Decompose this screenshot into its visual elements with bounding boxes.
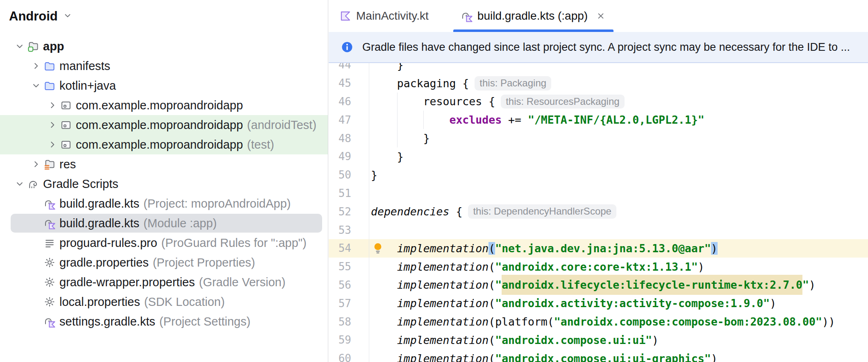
- tree-item-pkg-androidtest[interactable]: com.example.moproandroidapp(androidTest): [0, 115, 328, 135]
- code-token: (: [489, 278, 495, 291]
- tree-item-kotlin-java[interactable]: kotlin+java: [0, 76, 328, 95]
- chevron-right-icon[interactable]: [29, 56, 43, 76]
- line-number: 47: [329, 114, 369, 126]
- code-line-51[interactable]: 51: [329, 184, 868, 203]
- tree-item-label: build.gradle.kts: [59, 197, 139, 210]
- code-token: dependencies: [371, 205, 449, 218]
- line-number: 60: [329, 352, 369, 362]
- code-line-45[interactable]: 45 packaging {this: Packaging: [329, 74, 868, 93]
- code-line-52[interactable]: 52dependencies {this: DependencyHandlerS…: [329, 202, 868, 221]
- tree-item-label: com.example.moproandroidapp: [76, 118, 243, 132]
- folder-icon: [43, 79, 56, 92]
- code-token: "/META-INF/{AL2.0,LGPL2.1}": [528, 113, 704, 126]
- tree-item-gradle-wrapper-properties[interactable]: gradle-wrapper.properties(Gradle Version…: [0, 272, 328, 292]
- code-editor[interactable]: 44 }45 packaging {this: Packaging46 reso…: [329, 63, 868, 362]
- tree-item-label: gradle-wrapper.properties: [59, 276, 195, 289]
- module-folder-icon: [27, 40, 39, 52]
- code-token: (: [489, 242, 495, 255]
- code-line-56[interactable]: 56 implementation("androidx.lifecycle:li…: [329, 276, 868, 294]
- code-token: implementation: [397, 334, 489, 346]
- code-line-50[interactable]: 50}: [329, 166, 868, 184]
- package-icon: [60, 99, 72, 111]
- code-token: }: [371, 169, 377, 181]
- tree-item-label: gradle.properties: [59, 256, 149, 269]
- gear-icon: [43, 276, 56, 288]
- line-number: 58: [329, 316, 369, 328]
- code-text: implementation("androidx.compose.ui:ui"): [369, 331, 868, 349]
- code-text: implementation("androidx.compose.ui:ui-g…: [369, 349, 868, 362]
- tree-item-local-properties[interactable]: local.properties(SDK Location): [0, 292, 328, 312]
- project-tree: appmanifestskotlin+javacom.example.mopro…: [0, 36, 328, 331]
- chevron-down-icon[interactable]: [29, 76, 43, 95]
- lightbulb-icon[interactable]: [371, 242, 384, 255]
- tab-label: build.gradle.kts (:app): [477, 9, 588, 23]
- code-line-59[interactable]: 59 implementation("androidx.compose.ui:u…: [329, 331, 868, 349]
- code-line-60[interactable]: 60 implementation("androidx.compose.ui:u…: [329, 349, 868, 362]
- chevron-down-icon[interactable]: [63, 11, 73, 22]
- line-number: 56: [329, 279, 369, 291]
- tree-item-pkg-main[interactable]: com.example.moproandroidapp: [0, 95, 328, 115]
- chevron-right-icon[interactable]: [45, 135, 60, 154]
- code-token: ): [652, 334, 659, 346]
- line-number: 55: [329, 260, 369, 273]
- code-token: androidx.lifecycle:lifecycle-runtime-ktx…: [502, 275, 802, 295]
- line-number: 45: [329, 77, 369, 89]
- tree-item-app[interactable]: app: [0, 36, 328, 56]
- tree-item-suffix: (ProGuard Rules for ":app"): [161, 236, 307, 250]
- code-line-53[interactable]: 53: [329, 221, 868, 239]
- code-token: [371, 113, 449, 126]
- chevron-spacer: [29, 312, 43, 331]
- line-number: 54: [329, 242, 369, 254]
- tree-item-gradle-scripts[interactable]: Gradle Scripts: [0, 174, 328, 194]
- tree-item-gradle-properties[interactable]: gradle.properties(Project Properties): [0, 253, 328, 272]
- chevron-down-icon[interactable]: [12, 174, 27, 194]
- tree-item-pkg-test[interactable]: com.example.moproandroidapp(test): [0, 135, 328, 154]
- tree-item-proguard-rules[interactable]: proguard-rules.pro(ProGuard Rules for ":…: [0, 233, 328, 253]
- tree-item-build-gradle-project[interactable]: build.gradle.kts(Project: moproAndroidAp…: [0, 194, 328, 213]
- gear-icon: [43, 256, 56, 269]
- code-token: ": [495, 278, 502, 291]
- chevron-right-icon[interactable]: [45, 95, 60, 115]
- code-token: [371, 334, 397, 346]
- code-line-55[interactable]: 55 implementation("androidx.core:core-kt…: [329, 258, 868, 276]
- code-line-48[interactable]: 48 }: [329, 129, 868, 147]
- tree-item-build-gradle-module[interactable]: build.gradle.kts(Module :app): [0, 213, 328, 233]
- code-token: ): [711, 352, 718, 362]
- code-text: excludes += "/META-INF/{AL2.0,LGPL2.1}": [369, 111, 868, 129]
- code-token: (: [489, 297, 495, 310]
- code-token: ): [711, 242, 718, 255]
- code-token: "androidx.activity:activity-compose:1.9.…: [495, 297, 770, 310]
- code-token: ": [802, 278, 809, 291]
- inlay-hint: this: DependencyHandlerScope: [468, 204, 616, 219]
- code-token: implementation: [397, 278, 489, 291]
- tree-item-manifests[interactable]: manifests: [0, 56, 328, 76]
- code-token: implementation: [397, 297, 489, 310]
- project-view-selector[interactable]: Android: [9, 8, 73, 25]
- tree-item-label: com.example.moproandroidapp: [76, 138, 243, 152]
- chevron-right-icon[interactable]: [45, 115, 60, 135]
- tree-item-res[interactable]: res: [0, 154, 328, 174]
- tab-mainactivity[interactable]: MainActivity.kt: [332, 0, 436, 32]
- tree-item-suffix: (androidTest): [247, 118, 316, 132]
- chevron-right-icon[interactable]: [29, 154, 43, 174]
- line-number: 44: [329, 63, 369, 71]
- tree-item-settings-gradle[interactable]: settings.gradle.kts(Project Settings): [0, 312, 328, 331]
- code-line-57[interactable]: 57 implementation("androidx.activity:act…: [329, 294, 868, 312]
- close-icon[interactable]: [595, 11, 606, 21]
- code-line-58[interactable]: 58 implementation(platform("androidx.com…: [329, 312, 868, 331]
- code-line-49[interactable]: 49 }: [329, 147, 868, 166]
- tab-build-gradle[interactable]: build.gradle.kts (:app): [453, 0, 614, 32]
- tree-item-label: proguard-rules.pro: [59, 236, 157, 250]
- code-line-54[interactable]: 54 implementation("net.java.dev.jna:jna:…: [329, 239, 868, 258]
- line-number: 46: [329, 95, 369, 108]
- indent-guide: [397, 93, 398, 147]
- kotlin-icon: [339, 10, 352, 22]
- chevron-spacer: [29, 213, 43, 233]
- code-line-46[interactable]: 46 resources {this: ResourcesPackaging: [329, 93, 868, 111]
- code-token: implementation: [397, 352, 489, 362]
- code-line-44[interactable]: 44 }: [329, 63, 868, 74]
- tree-item-suffix: (Gradle Version): [199, 276, 285, 289]
- code-token: implementation: [397, 260, 489, 273]
- chevron-down-icon[interactable]: [12, 36, 27, 56]
- code-line-47[interactable]: 47 excludes += "/META-INF/{AL2.0,LGPL2.1…: [329, 111, 868, 129]
